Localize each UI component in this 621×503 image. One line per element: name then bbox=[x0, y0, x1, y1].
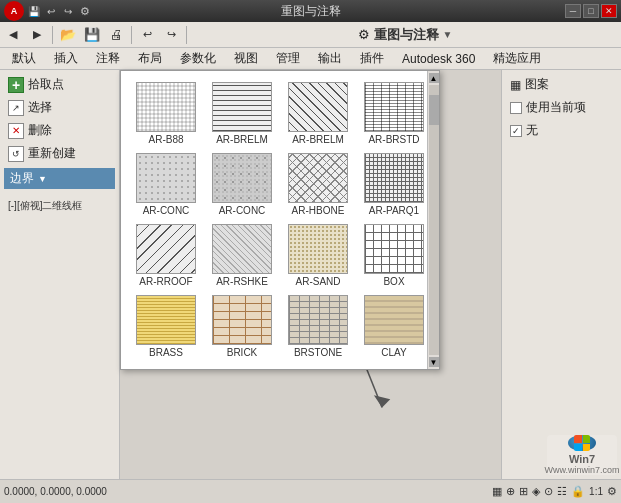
app-logo: A bbox=[4, 1, 24, 21]
forward-icon[interactable]: ▶ bbox=[26, 24, 48, 46]
toolbar-sep2 bbox=[131, 26, 132, 44]
section-title: 边界 bbox=[10, 170, 34, 187]
hatch-label-ar-brelm2: AR-BRELM bbox=[292, 134, 344, 145]
settings-gear-icon: ⚙ bbox=[358, 27, 370, 42]
back-icon[interactable]: ◀ bbox=[2, 24, 24, 46]
hatch-item-box[interactable]: BOX bbox=[357, 221, 431, 290]
snap-icon[interactable]: ⊕ bbox=[506, 485, 515, 498]
hatch-preview-clay bbox=[364, 295, 424, 345]
none-option[interactable]: 无 bbox=[506, 120, 617, 141]
hatch-pattern-grid: AR-B88 AR-BRELM AR-BRELM AR-BRSTD AR-CON… bbox=[121, 71, 439, 369]
hatch-preview-ar-brstd bbox=[364, 82, 424, 132]
dropdown-arrow-icon[interactable]: ▼ bbox=[443, 29, 453, 40]
minimize-button[interactable]: ─ bbox=[565, 4, 581, 18]
pick-point-label: 拾取点 bbox=[28, 76, 64, 93]
none-label: 无 bbox=[526, 122, 538, 139]
delete-label: 删除 bbox=[28, 122, 52, 139]
select-button[interactable]: ↗ 选择 bbox=[4, 97, 115, 118]
undo-icon[interactable]: ↩ bbox=[43, 4, 59, 18]
open-icon[interactable]: 📂 bbox=[57, 24, 79, 46]
menu-manage[interactable]: 管理 bbox=[268, 49, 308, 69]
ortho-icon[interactable]: ⊞ bbox=[519, 485, 528, 498]
hatch-label-box: BOX bbox=[383, 276, 404, 287]
main-toolbar: ◀ ▶ 📂 💾 🖨 ↩ ↪ ⚙ 重图与注释 ▼ bbox=[0, 22, 621, 48]
window-title: 重图与注释 bbox=[281, 3, 341, 20]
select-label: 选择 bbox=[28, 99, 52, 116]
hatch-item-brstone[interactable]: BRSTONE bbox=[281, 292, 355, 361]
hatch-label-brstone: BRSTONE bbox=[294, 347, 342, 358]
redo-icon[interactable]: ↪ bbox=[60, 4, 76, 18]
hatch-preview-ar-conc2 bbox=[212, 153, 272, 203]
redo-toolbar-icon[interactable]: ↪ bbox=[160, 24, 182, 46]
scroll-down-button[interactable]: ▼ bbox=[429, 357, 439, 367]
menu-plugins[interactable]: 插件 bbox=[352, 49, 392, 69]
hatch-item-brass[interactable]: BRASS bbox=[129, 292, 203, 361]
hatch-label-ar-conc1: AR-CONC bbox=[143, 205, 190, 216]
menu-default[interactable]: 默认 bbox=[4, 49, 44, 69]
recreate-button[interactable]: ↺ 重新创建 bbox=[4, 143, 115, 164]
object-snap-icon[interactable]: ⊙ bbox=[544, 485, 553, 498]
hatch-preview-ar-parq1 bbox=[364, 153, 424, 203]
lineweight-icon[interactable]: ☷ bbox=[557, 485, 567, 498]
menu-annotate[interactable]: 注释 bbox=[88, 49, 128, 69]
print-icon[interactable]: 🖨 bbox=[105, 24, 127, 46]
save-icon[interactable]: 💾 bbox=[26, 4, 42, 18]
recreate-icon: ↺ bbox=[8, 146, 24, 162]
scroll-up-button[interactable]: ▲ bbox=[429, 73, 439, 83]
toolbar-title-area: ⚙ 重图与注释 ▼ bbox=[191, 26, 619, 44]
menu-parametric[interactable]: 参数化 bbox=[172, 49, 224, 69]
delete-button[interactable]: ✕ 删除 bbox=[4, 120, 115, 141]
hatch-item-ar-b88[interactable]: AR-B88 bbox=[129, 79, 203, 148]
hatch-item-ar-brelm1[interactable]: AR-BRELM bbox=[205, 79, 279, 148]
left-panel: + 拾取点 ↗ 选择 ✕ 删除 ↺ 重新创建 边界 ▼ [-][俯视]二维线框 bbox=[0, 70, 120, 479]
hatch-item-ar-conc2[interactable]: AR-CONC bbox=[205, 150, 279, 219]
menu-layout[interactable]: 布局 bbox=[130, 49, 170, 69]
hatch-label-ar-brstd: AR-BRSTD bbox=[368, 134, 419, 145]
none-checkbox[interactable] bbox=[510, 125, 522, 137]
close-button[interactable]: ✕ bbox=[601, 4, 617, 18]
hatch-item-ar-rshke[interactable]: AR-RSHKE bbox=[205, 221, 279, 290]
scroll-thumb[interactable] bbox=[429, 95, 439, 125]
hatch-item-ar-conc1[interactable]: AR-CONC bbox=[129, 150, 203, 219]
menu-view[interactable]: 视图 bbox=[226, 49, 266, 69]
polar-icon[interactable]: ◈ bbox=[532, 485, 540, 498]
maximize-button[interactable]: □ bbox=[583, 4, 599, 18]
gear-icon[interactable]: ⚙ bbox=[77, 4, 93, 18]
pattern-icon: ▦ bbox=[510, 78, 521, 92]
hatch-item-ar-parq1[interactable]: AR-PARQ1 bbox=[357, 150, 431, 219]
hatch-item-ar-rroof[interactable]: AR-RROOF bbox=[129, 221, 203, 290]
svg-marker-1 bbox=[374, 395, 390, 407]
lock-icon[interactable]: 🔒 bbox=[571, 485, 585, 498]
save-toolbar-icon[interactable]: 💾 bbox=[81, 24, 103, 46]
use-current-option[interactable]: 使用当前项 bbox=[506, 97, 617, 118]
scale-display: 1:1 bbox=[589, 486, 603, 497]
section-chevron-icon: ▼ bbox=[38, 174, 47, 184]
use-current-label: 使用当前项 bbox=[526, 99, 586, 116]
hatch-item-ar-sand[interactable]: AR-SAND bbox=[281, 221, 355, 290]
delete-icon: ✕ bbox=[8, 123, 24, 139]
menu-output[interactable]: 输出 bbox=[310, 49, 350, 69]
menu-autodesk360[interactable]: Autodesk 360 bbox=[394, 49, 483, 69]
pattern-option[interactable]: ▦ 图案 bbox=[506, 74, 617, 95]
hatch-item-ar-brstd[interactable]: AR-BRSTD bbox=[357, 79, 431, 148]
menu-featured[interactable]: 精选应用 bbox=[485, 49, 549, 69]
boundary-section[interactable]: 边界 ▼ bbox=[4, 168, 115, 189]
hatch-preview-ar-rroof bbox=[136, 224, 196, 274]
hatch-item-clay[interactable]: CLAY bbox=[357, 292, 431, 361]
select-icon: ↗ bbox=[8, 100, 24, 116]
toolbar-quickaccess: 💾 ↩ ↪ ⚙ bbox=[26, 4, 93, 18]
hatch-label-brass: BRASS bbox=[149, 347, 183, 358]
grid-icon[interactable]: ▦ bbox=[492, 485, 502, 498]
hatch-item-brick[interactable]: BRICK bbox=[205, 292, 279, 361]
pattern-label: 图案 bbox=[525, 76, 549, 93]
settings-status-icon[interactable]: ⚙ bbox=[607, 485, 617, 498]
scrollbar[interactable]: ▲ ▼ bbox=[427, 71, 439, 369]
undo-toolbar-icon[interactable]: ↩ bbox=[136, 24, 158, 46]
hatch-item-ar-brelm2[interactable]: AR-BRELM bbox=[281, 79, 355, 148]
use-current-checkbox[interactable] bbox=[510, 102, 522, 114]
pick-point-button[interactable]: + 拾取点 bbox=[4, 74, 115, 95]
hatch-preview-brick bbox=[212, 295, 272, 345]
hatch-preview-ar-conc1 bbox=[136, 153, 196, 203]
hatch-item-ar-hbone[interactable]: AR-HBONE bbox=[281, 150, 355, 219]
menu-insert[interactable]: 插入 bbox=[46, 49, 86, 69]
